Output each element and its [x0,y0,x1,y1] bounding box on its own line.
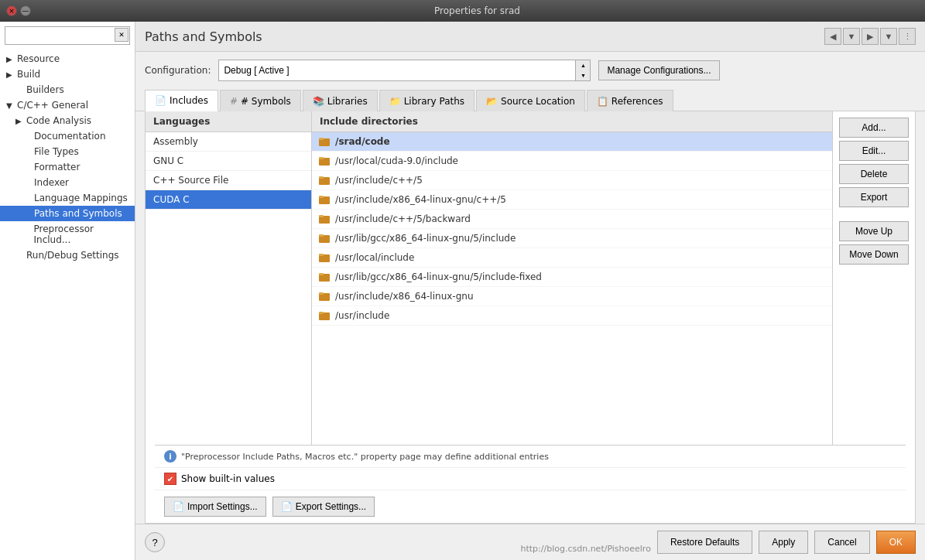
sidebar-item-cpp-general[interactable]: ▼C/C++ General [0,97,135,113]
nav-forward-button[interactable]: ▶ [862,28,879,45]
tab-content-wrapper: Languages AssemblyGNU CC++ Source FileCU… [135,111,925,524]
sidebar-item-builders[interactable]: Builders [0,82,135,97]
sidebar-item-documentation[interactable]: Documentation [0,128,135,144]
nav-menu-button[interactable]: ⋮ [899,28,916,45]
directory-item[interactable]: /usr/lib/gcc/x86_64-linux-gnu/5/include-… [312,268,832,287]
help-button[interactable]: ? [145,532,165,552]
svg-rect-26 [319,292,324,295]
edit-button[interactable]: Edit... [839,141,909,161]
import-settings-label: Import Settings... [187,501,258,512]
config-spinner-down[interactable]: ▼ [576,70,590,80]
language-item-cuda-c[interactable]: CUDA C [146,190,311,210]
tab-references[interactable]: 📋References [587,90,673,111]
export-button[interactable]: Export [839,187,909,207]
language-item-gnu-c[interactable]: GNU C [146,152,311,171]
nav-back-dropdown-button[interactable]: ▼ [843,28,860,45]
export-settings-button[interactable]: 📄 Export Settings... [272,497,375,517]
sidebar-item-label-code-analysis: Code Analysis [26,115,91,126]
move-up-button[interactable]: Move Up [839,221,909,241]
footer-right: Restore Defaults Apply Cancel OK [657,531,916,554]
tab-includes[interactable]: 📄Includes [145,90,218,111]
tab-source-location[interactable]: 📂Source Location [476,90,585,111]
move-down-button[interactable]: Move Down [839,244,909,265]
directory-item[interactable]: /usr/include/c++/5/backward [312,210,832,229]
library-paths-tab-icon: 📁 [389,96,401,107]
show-builtin-row: ✔ Show built-in values [155,467,906,490]
language-list: AssemblyGNU CC++ Source FileCUDA C [146,132,311,210]
tab-label-includes: Includes [170,95,208,106]
tab-symbols[interactable]: ## Symbols [220,90,301,111]
show-builtin-checkbox[interactable]: ✔ [164,473,176,485]
cancel-button[interactable]: Cancel [814,531,869,554]
add-button[interactable]: Add... [839,118,909,138]
sidebar-item-resource[interactable]: ▶Resource [0,51,135,67]
language-item-assembly[interactable]: Assembly [146,132,311,152]
import-settings-button[interactable]: 📄 Import Settings... [164,497,266,517]
language-item-cpp-source[interactable]: C++ Source File [146,171,311,190]
nav-back-button[interactable]: ◀ [824,28,841,45]
title-bar-buttons: × — [6,5,31,16]
config-spinner-up[interactable]: ▲ [576,60,590,70]
close-icon: × [9,7,15,15]
sidebar-item-run-debug[interactable]: Run/Debug Settings [0,248,135,263]
sidebar-item-indexer[interactable]: Indexer [0,175,135,190]
svg-rect-11 [319,196,324,198]
includes-content: Languages AssemblyGNU CC++ Source FileCU… [146,111,915,445]
sidebar-item-label-language-mappings: Language Mappings [34,193,128,203]
tab-library-paths[interactable]: 📁Library Paths [379,90,474,111]
svg-rect-2 [319,138,324,140]
references-tab-icon: 📋 [597,96,608,107]
window-title: Properties for srad [36,5,919,16]
close-window-button[interactable]: × [6,5,17,16]
directory-item[interactable]: /usr/local/cuda-9.0/include [312,152,832,171]
sidebar-item-code-analysis[interactable]: ▶Code Analysis [0,113,135,128]
tab-libraries[interactable]: 📚Libraries [303,90,378,111]
directory-item[interactable]: /srad/code [312,132,832,152]
svg-rect-29 [319,312,324,314]
configuration-select-wrapper: Debug [ Active ] ▲ ▼ [218,60,591,81]
sidebar-tree: ▶Resource▶BuildBuilders▼C/C++ General▶Co… [0,50,135,560]
info-message-text: "Preprocessor Include Paths, Macros etc.… [181,452,549,462]
ok-button[interactable]: OK [876,531,916,554]
side-buttons: Add... Edit... Delete Export Move Up Mov… [832,111,915,445]
includes-tab-icon: 📄 [155,95,166,106]
directory-item[interactable]: /usr/include/x86_64-linux-gnu [312,287,832,306]
svg-rect-8 [319,176,324,179]
sidebar-item-language-mappings[interactable]: Language Mappings [0,190,135,206]
nav-forward-dropdown-button[interactable]: ▼ [880,28,897,45]
import-icon: 📄 [173,501,184,512]
directory-icon [318,213,331,225]
directory-path: /srad/code [335,136,390,147]
directory-item[interactable]: /usr/lib/gcc/x86_64-linux-gnu/5/include [312,229,832,248]
directory-icon [318,155,331,167]
configuration-spinner: ▲ ▼ [575,60,590,80]
directory-item[interactable]: /usr/local/include [312,248,832,268]
delete-button[interactable]: Delete [839,164,909,184]
directory-item[interactable]: /usr/include/c++/5 [312,171,832,190]
page-title: Paths and Symbols [145,29,262,44]
sidebar-item-paths-and-symbols[interactable]: Paths and Symbols [0,206,135,221]
restore-defaults-button[interactable]: Restore Defaults [657,531,752,554]
configuration-select[interactable]: Debug [ Active ] [219,60,575,80]
svg-rect-14 [319,215,324,217]
sidebar-search-clear-button[interactable]: ✕ [115,28,128,42]
apply-button[interactable]: Apply [759,531,808,554]
sidebar-item-build[interactable]: ▶Build [0,67,135,82]
sidebar-item-file-types[interactable]: File Types [0,144,135,159]
directory-path: /usr/lib/gcc/x86_64-linux-gnu/5/include [335,233,516,244]
sidebar-item-label-documentation: Documentation [34,131,106,142]
tab-content: Languages AssemblyGNU CC++ Source FileCU… [145,111,916,524]
directory-path: /usr/include/c++/5/backward [335,213,471,224]
directory-item[interactable]: /usr/include [312,306,832,326]
manage-configurations-button[interactable]: Manage Configurations... [598,60,719,80]
svg-rect-20 [319,254,324,256]
directory-item[interactable]: /usr/include/x86_64-linux-gnu/c++/5 [312,190,832,210]
sidebar-item-formatter[interactable]: Formatter [0,159,135,175]
svg-rect-23 [319,273,324,275]
sidebar-search-input[interactable] [5,26,130,45]
import-export-row: 📄 Import Settings... 📄 Export Settings..… [155,490,906,523]
directory-icon [318,251,331,264]
minimize-window-button[interactable]: — [20,5,31,16]
sidebar-item-preprocessor-includes[interactable]: Preprocessor Includ... [0,221,135,248]
info-message-row: i "Preprocessor Include Paths, Macros et… [155,445,906,467]
